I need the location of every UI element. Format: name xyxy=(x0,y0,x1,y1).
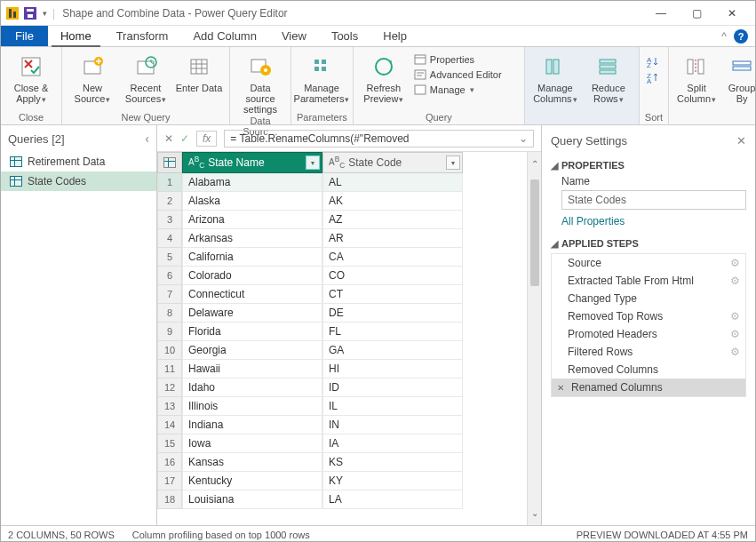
manage-button[interactable]: Manage▾ xyxy=(412,83,519,97)
query-item-state-codes[interactable]: State Codes xyxy=(1,171,156,191)
data-source-settings-button[interactable]: Data source settings xyxy=(235,49,285,115)
properties-button[interactable]: Properties xyxy=(412,52,519,67)
applied-step[interactable]: Extracted Table From Html⚙ xyxy=(552,272,745,290)
add-column-tab[interactable]: Add Column xyxy=(180,26,269,46)
grid-corner[interactable] xyxy=(157,152,182,173)
cell-state-name[interactable]: Connecticut xyxy=(182,285,322,304)
collapse-queries-icon[interactable]: ‹ xyxy=(145,132,149,146)
cell-state-name[interactable]: Hawaii xyxy=(182,360,322,379)
cell-state-name[interactable]: California xyxy=(182,248,322,267)
manage-columns-button[interactable]: Manage Columns▾ xyxy=(530,49,580,105)
table-row[interactable]: 1AlabamaAL xyxy=(157,173,527,192)
cell-state-code[interactable]: FL xyxy=(322,323,463,341)
group-by-button[interactable]: Group By xyxy=(722,49,756,104)
gear-icon[interactable]: ⚙ xyxy=(730,257,740,269)
gear-icon[interactable]: ⚙ xyxy=(730,275,740,287)
cell-state-name[interactable]: Colorado xyxy=(182,267,322,285)
new-source-button[interactable]: New Source▾ xyxy=(68,49,117,105)
tools-tab[interactable]: Tools xyxy=(319,26,370,46)
reduce-rows-button[interactable]: Reduce Rows▾ xyxy=(584,49,633,105)
view-tab[interactable]: View xyxy=(269,26,319,46)
cell-state-code[interactable]: DE xyxy=(322,304,463,323)
table-row[interactable]: 3ArizonaAZ xyxy=(157,211,527,229)
help-tab[interactable]: Help xyxy=(370,26,419,46)
manage-parameters-button[interactable]: Manage Parameters▾ xyxy=(297,49,346,105)
home-tab[interactable]: Home xyxy=(48,26,104,46)
cell-state-code[interactable]: CA xyxy=(322,248,463,267)
table-row[interactable]: 11HawaiiHI xyxy=(157,360,527,379)
cell-state-code[interactable]: KS xyxy=(322,453,463,472)
close-settings-icon[interactable]: ✕ xyxy=(736,134,746,147)
table-row[interactable]: 14IndianaIN xyxy=(157,416,527,434)
cell-state-name[interactable]: Louisiana xyxy=(182,490,322,509)
cancel-formula-icon[interactable]: ✕ xyxy=(164,132,173,145)
query-name-input[interactable] xyxy=(561,190,746,210)
cell-state-name[interactable]: Alabama xyxy=(182,173,322,192)
table-row[interactable]: 13IllinoisIL xyxy=(157,397,527,416)
formula-input[interactable]: = Table.RenameColumns(#"Removed ⌄ xyxy=(224,130,534,147)
table-row[interactable]: 15IowaIA xyxy=(157,434,527,453)
close-apply-button[interactable]: Close & Apply▾ xyxy=(6,49,56,105)
table-row[interactable]: 8DelawareDE xyxy=(157,304,527,323)
maximize-button[interactable]: ▢ xyxy=(679,2,714,25)
applied-step[interactable]: Promoted Headers⚙ xyxy=(552,325,745,343)
cell-state-code[interactable]: AR xyxy=(322,229,463,248)
cell-state-code[interactable]: IN xyxy=(322,416,463,434)
cell-state-code[interactable]: ID xyxy=(322,379,463,397)
cell-state-name[interactable]: Arkansas xyxy=(182,229,322,248)
scroll-thumb[interactable] xyxy=(530,179,539,286)
cell-state-code[interactable]: HI xyxy=(322,360,463,379)
gear-icon[interactable]: ⚙ xyxy=(730,310,740,323)
cell-state-name[interactable]: Idaho xyxy=(182,379,322,397)
refresh-preview-button[interactable]: Refresh Preview▾ xyxy=(359,49,409,105)
all-properties-link[interactable]: All Properties xyxy=(561,215,746,227)
qat-dropdown-icon[interactable]: ▾ xyxy=(43,9,47,18)
table-row[interactable]: 17KentuckyKY xyxy=(157,472,527,490)
save-icon[interactable] xyxy=(24,7,36,20)
vertical-scrollbar[interactable]: ⌃ ⌄ xyxy=(527,152,541,525)
cell-state-name[interactable]: Arizona xyxy=(182,211,322,229)
cell-state-code[interactable]: CT xyxy=(322,285,463,304)
close-window-button[interactable]: ✕ xyxy=(714,2,750,25)
scroll-down-icon[interactable]: ⌄ xyxy=(531,508,538,518)
table-row[interactable]: 18LouisianaLA xyxy=(157,490,527,509)
query-item-retirement[interactable]: Retirement Data xyxy=(1,152,156,171)
collapse-ribbon-icon[interactable]: ^ xyxy=(721,30,727,43)
cell-state-code[interactable]: IL xyxy=(322,397,463,416)
applied-step[interactable]: Filtered Rows⚙ xyxy=(552,343,745,361)
formula-dropdown-icon[interactable]: ⌄ xyxy=(519,132,528,145)
gear-icon[interactable]: ⚙ xyxy=(730,346,740,358)
applied-step[interactable]: Changed Type xyxy=(552,290,745,307)
table-row[interactable]: 5CaliforniaCA xyxy=(157,248,527,267)
cell-state-name[interactable]: Florida xyxy=(182,323,322,341)
transform-tab[interactable]: Transform xyxy=(104,26,181,46)
scroll-up-icon[interactable]: ⌃ xyxy=(531,159,538,169)
cell-state-name[interactable]: Alaska xyxy=(182,192,322,211)
cell-state-code[interactable]: AK xyxy=(322,192,463,211)
cell-state-code[interactable]: KY xyxy=(322,472,463,490)
applied-step[interactable]: Source⚙ xyxy=(552,254,745,272)
split-column-button[interactable]: Split Column▾ xyxy=(674,49,719,105)
column-header-state-name[interactable]: ABC State Name ▾ xyxy=(182,152,322,173)
accept-formula-icon[interactable]: ✓ xyxy=(180,132,189,145)
help-icon[interactable]: ? xyxy=(734,29,748,44)
advanced-editor-button[interactable]: Advanced Editor xyxy=(412,68,519,82)
column-header-state-code[interactable]: ABC State Code ▾ xyxy=(322,152,463,173)
cell-state-name[interactable]: Delaware xyxy=(182,304,322,323)
applied-step[interactable]: Removed Top Rows⚙ xyxy=(552,307,745,325)
table-row[interactable]: 2AlaskaAK xyxy=(157,192,527,211)
fx-icon[interactable]: fx xyxy=(196,131,217,147)
gear-icon[interactable]: ⚙ xyxy=(730,328,740,340)
filter-icon[interactable]: ▾ xyxy=(446,155,460,170)
cell-state-name[interactable]: Iowa xyxy=(182,434,322,453)
cell-state-code[interactable]: AL xyxy=(322,173,463,192)
table-row[interactable]: 9FloridaFL xyxy=(157,323,527,341)
table-row[interactable]: 4ArkansasAR xyxy=(157,229,527,248)
cell-state-code[interactable]: AZ xyxy=(322,211,463,229)
file-tab[interactable]: File xyxy=(1,26,48,46)
cell-state-code[interactable]: CO xyxy=(322,267,463,285)
cell-state-code[interactable]: IA xyxy=(322,434,463,453)
cell-state-name[interactable]: Kentucky xyxy=(182,472,322,490)
cell-state-name[interactable]: Georgia xyxy=(182,341,322,360)
minimize-button[interactable]: — xyxy=(643,2,679,25)
